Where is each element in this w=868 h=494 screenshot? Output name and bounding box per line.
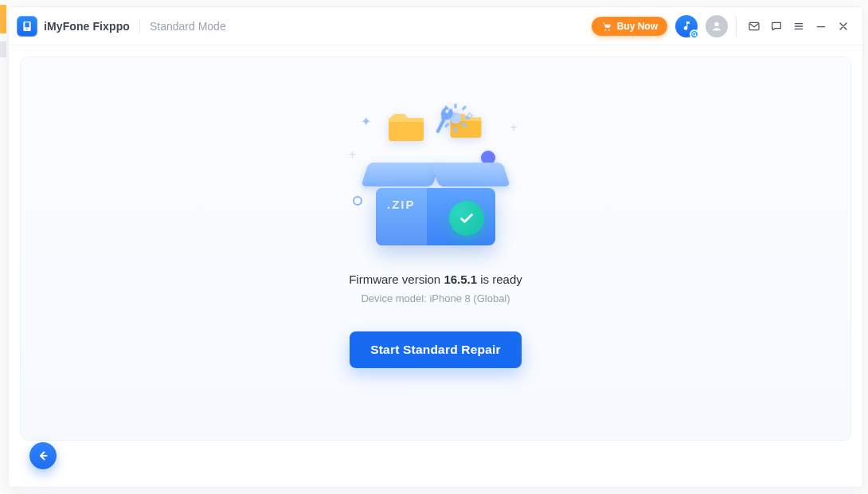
minimize-icon <box>815 19 827 33</box>
scrollbar-hint <box>846 57 850 440</box>
background-stripe <box>0 41 6 57</box>
firmware-line-suffix: is ready <box>480 272 522 286</box>
account-button[interactable] <box>706 15 728 37</box>
svg-point-0 <box>604 29 606 30</box>
close-icon <box>837 19 850 33</box>
background-stripe <box>0 5 6 33</box>
buy-now-label: Buy Now <box>617 21 658 32</box>
menu-icon <box>792 19 805 33</box>
box-flap <box>361 163 440 186</box>
svg-rect-12 <box>461 105 467 111</box>
buy-now-button[interactable]: Buy Now <box>592 17 667 36</box>
firmware-line-prefix: Firmware version <box>349 272 444 286</box>
folder-icon <box>386 111 426 146</box>
firmware-version: 16.5.1 <box>444 272 477 286</box>
mail-icon <box>748 19 760 33</box>
sparkle-icon: ✦ <box>361 114 371 129</box>
arrow-left-icon <box>36 449 50 463</box>
titlebar: iMyFone Fixppo Standard Mode Buy Now <box>9 7 862 45</box>
device-model-label: Device model: <box>361 292 429 304</box>
device-model-value: iPhone 8 (Global) <box>429 292 510 304</box>
search-icon <box>691 31 698 37</box>
plus-icon: + <box>349 147 356 162</box>
app-logo <box>17 16 37 37</box>
device-model-line: Device model: iPhone 8 (Global) <box>361 292 510 304</box>
logo-icon <box>21 20 33 33</box>
start-repair-button[interactable]: Start Standard Repair <box>350 331 522 368</box>
mail-button[interactable] <box>743 15 765 37</box>
music-transfer-button[interactable] <box>675 15 698 37</box>
check-icon <box>458 210 475 227</box>
title-divider <box>139 19 140 33</box>
titlebar-icons <box>675 15 728 37</box>
user-icon <box>710 20 723 33</box>
titlebar-separator <box>736 16 737 37</box>
firmware-status-line: Firmware version 16.5.1 is ready <box>349 272 522 286</box>
mode-label: Standard Mode <box>150 20 226 33</box>
menu-button[interactable] <box>788 15 810 37</box>
chat-icon <box>770 19 783 33</box>
zip-label: .ZIP <box>387 198 416 211</box>
app-window: iMyFone Fixppo Standard Mode Buy Now <box>8 6 863 488</box>
app-title: iMyFone Fixppo <box>44 20 130 33</box>
box-flap <box>431 163 510 186</box>
close-button[interactable] <box>832 15 854 37</box>
svg-rect-11 <box>461 123 467 128</box>
back-button[interactable] <box>29 442 57 469</box>
svg-point-1 <box>608 29 610 30</box>
ring-icon <box>353 196 362 206</box>
content-card: ✦ ✦ ✧ + + .ZIP <box>20 57 851 441</box>
checkmark-badge <box>449 201 484 236</box>
plus-icon: + <box>510 120 518 135</box>
feedback-button[interactable] <box>765 15 788 37</box>
cart-icon <box>601 21 612 32</box>
minimize-button[interactable] <box>810 15 832 37</box>
firmware-illustration: ✦ ✦ ✧ + + .ZIP <box>332 102 539 253</box>
svg-point-3 <box>714 22 718 25</box>
svg-rect-9 <box>465 116 471 119</box>
search-badge <box>690 29 699 39</box>
